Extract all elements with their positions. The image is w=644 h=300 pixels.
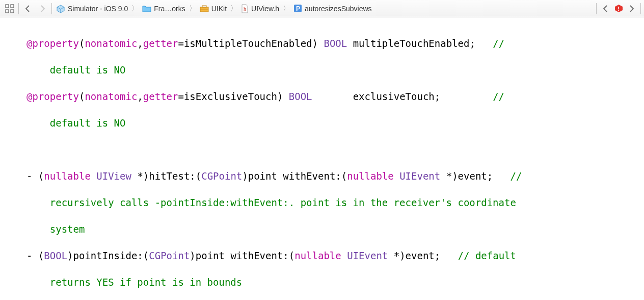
- breadcrumb-label: autoresizesSubviews: [305, 5, 372, 13]
- svg-rect-2: [6, 10, 9, 13]
- separator: [640, 3, 641, 14]
- forward-button[interactable]: [35, 2, 50, 15]
- svg-text:!: !: [618, 6, 620, 12]
- breadcrumb-uikit[interactable]: UIKit: [197, 0, 230, 17]
- svg-text:h: h: [244, 6, 246, 12]
- separator: [18, 3, 19, 14]
- separator: [596, 3, 597, 14]
- breadcrumb-label: UIKit: [211, 5, 227, 13]
- simulator-icon: [56, 4, 65, 13]
- toolbox-icon: [200, 5, 209, 12]
- code-editor[interactable]: @property(nonatomic,getter=isMultipleTou…: [0, 17, 644, 300]
- svg-rect-5: [202, 6, 206, 7]
- breadcrumb-simulator[interactable]: Simulator - iOS 9.0: [53, 0, 131, 17]
- svg-rect-0: [6, 5, 9, 8]
- breadcrumb-frameworks[interactable]: Fra…orks: [139, 0, 188, 17]
- svg-text:P: P: [296, 5, 300, 12]
- breadcrumb-symbol[interactable]: P autoresizesSubviews: [290, 0, 375, 17]
- property-icon: P: [293, 4, 302, 13]
- prev-issue-button[interactable]: [598, 2, 613, 15]
- separator: [51, 3, 52, 14]
- chevron-right-icon: 〉: [131, 4, 139, 13]
- next-issue-button[interactable]: [624, 2, 639, 15]
- breadcrumb-label: UIView.h: [251, 5, 279, 13]
- related-items-button[interactable]: [2, 2, 17, 15]
- breadcrumb: Simulator - iOS 9.0 〉 Fra…orks 〉 UIKit 〉…: [53, 0, 595, 17]
- right-nav-group: !: [595, 2, 642, 15]
- jump-bar: Simulator - iOS 9.0 〉 Fra…orks 〉 UIKit 〉…: [0, 0, 644, 17]
- folder-icon: [142, 5, 151, 12]
- svg-rect-3: [11, 10, 14, 13]
- chevron-right-icon: 〉: [230, 4, 238, 13]
- chevron-right-icon: 〉: [282, 4, 290, 13]
- chevron-right-icon: 〉: [189, 4, 197, 13]
- back-button[interactable]: [20, 2, 35, 15]
- svg-rect-1: [11, 5, 14, 8]
- breadcrumb-label: Fra…orks: [154, 5, 185, 13]
- breadcrumb-label: Simulator - iOS 9.0: [68, 5, 128, 13]
- error-icon[interactable]: !: [613, 2, 624, 15]
- breadcrumb-uiview-h[interactable]: h UIView.h: [238, 0, 282, 17]
- header-file-icon: h: [241, 4, 249, 13]
